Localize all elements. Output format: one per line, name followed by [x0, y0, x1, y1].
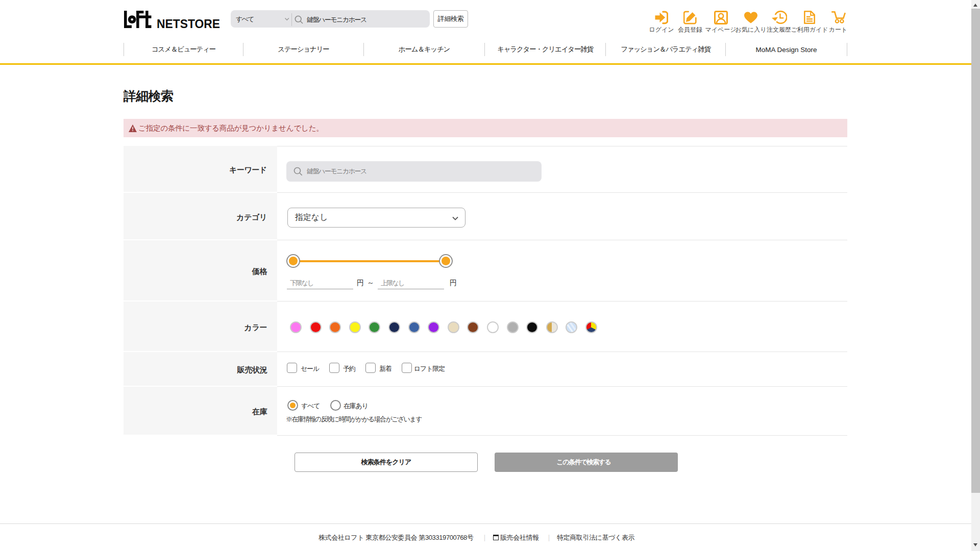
- svg-text:NETSTORE: NETSTORE: [157, 17, 220, 29]
